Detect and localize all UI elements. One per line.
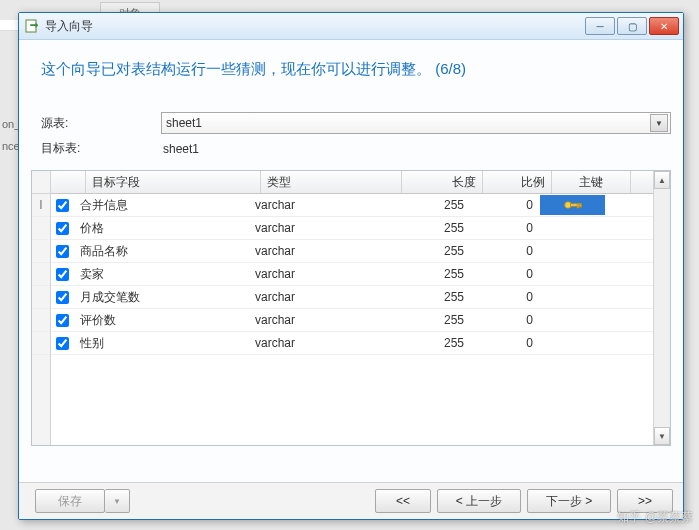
last-button[interactable]: >> [617,489,673,513]
row-gutter-cell[interactable] [32,286,50,309]
cell-check[interactable] [51,332,74,354]
cell-check[interactable] [51,309,74,331]
row-gutter-cell[interactable] [32,217,50,240]
cell-pk[interactable] [540,240,619,262]
prev-button[interactable]: < 上一步 [437,489,521,513]
cell-scale[interactable]: 0 [471,217,540,239]
row-checkbox[interactable] [56,245,69,258]
svg-rect-3 [577,204,579,208]
cell-length[interactable]: 255 [390,332,471,354]
cell-pk[interactable] [540,286,619,308]
cell-scale[interactable]: 0 [471,332,540,354]
cell-type[interactable]: varchar [249,332,390,354]
titlebar[interactable]: 导入向导 ─ ▢ ✕ [19,13,683,40]
col-header-pk[interactable]: 主键 [552,171,631,193]
chevron-down-icon: ▼ [113,497,121,506]
scroll-up-icon[interactable]: ▲ [654,171,670,189]
target-table-value: sheet1 [161,142,199,156]
cell-field[interactable]: 月成交笔数 [74,286,249,308]
cell-check[interactable] [51,217,74,239]
cell-pk[interactable] [540,217,619,239]
import-wizard-icon [25,18,41,34]
row-checkbox[interactable] [56,337,69,350]
row-checkbox[interactable] [56,291,69,304]
cell-scale[interactable]: 0 [471,263,540,285]
col-header-field[interactable]: 目标字段 [86,171,261,193]
cell-check[interactable] [51,194,74,216]
cell-scale[interactable]: 0 [471,194,540,216]
cell-pk[interactable] [540,194,607,216]
row-checkbox[interactable] [56,314,69,327]
cell-pk[interactable] [540,332,619,354]
cell-type[interactable]: varchar [249,309,390,331]
save-dropdown-button[interactable]: ▼ [105,489,130,513]
row-gutter-cell[interactable]: I [32,194,50,217]
row-checkbox[interactable] [56,268,69,281]
col-header-type[interactable]: 类型 [261,171,402,193]
table-row[interactable]: 合并信息varchar2550 [51,194,653,217]
source-table-combo[interactable]: sheet1 ▼ [161,112,671,134]
cell-field[interactable]: 性别 [74,332,249,354]
cell-scale[interactable]: 0 [471,309,540,331]
cell-type[interactable]: varchar [249,263,390,285]
save-button[interactable]: 保存 [35,489,105,513]
cell-length[interactable]: 255 [390,240,471,262]
wizard-footer: 保存 ▼ << < 上一步 下一步 > >> [19,482,683,519]
cell-scale[interactable]: 0 [471,240,540,262]
table-row[interactable]: 性别varchar2550 [51,332,653,355]
source-table-value: sheet1 [166,116,202,130]
cell-length[interactable]: 255 [390,309,471,331]
row-checkbox[interactable] [56,222,69,235]
scroll-down-icon[interactable]: ▼ [654,427,670,445]
cell-field[interactable]: 价格 [74,217,249,239]
cell-field[interactable]: 卖家 [74,263,249,285]
table-row[interactable]: 卖家varchar2550 [51,263,653,286]
cell-field[interactable]: 评价数 [74,309,249,331]
row-checkbox[interactable] [56,199,69,212]
cell-length[interactable]: 255 [390,263,471,285]
vertical-scrollbar[interactable]: ▲ ▼ [653,171,670,445]
next-button[interactable]: 下一步 > [527,489,611,513]
cell-type[interactable]: varchar [249,217,390,239]
row-gutter-cell[interactable] [32,332,50,355]
cell-check[interactable] [51,286,74,308]
col-header-check[interactable] [51,171,86,193]
cell-length[interactable]: 255 [390,194,471,216]
minimize-icon: ─ [596,21,603,32]
cell-type[interactable]: varchar [249,194,390,216]
window-title: 导入向导 [45,18,585,35]
cell-type[interactable]: varchar [249,240,390,262]
close-icon: ✕ [660,21,668,32]
cell-type[interactable]: varchar [249,286,390,308]
close-button[interactable]: ✕ [649,17,679,35]
col-header-scale[interactable]: 比例 [483,171,552,193]
target-table-label: 目标表: [41,140,161,157]
minimize-button[interactable]: ─ [585,17,615,35]
cell-check[interactable] [51,263,74,285]
maximize-button[interactable]: ▢ [617,17,647,35]
table-row[interactable]: 价格varchar2550 [51,217,653,240]
table-row[interactable]: 商品名称varchar2550 [51,240,653,263]
cell-field[interactable]: 商品名称 [74,240,249,262]
chevron-down-icon[interactable]: ▼ [650,114,668,132]
key-icon [563,198,583,212]
cell-field[interactable]: 合并信息 [74,194,249,216]
row-gutter-cell[interactable] [32,263,50,286]
cell-pk[interactable] [540,263,619,285]
fields-grid: I 目标字段 类型 长度 比例 主键 合并信息varchar2550价格varc… [31,170,671,446]
col-header-length[interactable]: 长度 [402,171,483,193]
cell-length[interactable]: 255 [390,286,471,308]
row-gutter-cell[interactable] [32,240,50,263]
grid-row-gutter: I [32,171,51,445]
source-table-row: 源表: sheet1 ▼ [31,109,671,137]
cell-pk[interactable] [540,309,619,331]
cell-length[interactable]: 255 [390,217,471,239]
row-gutter-cell[interactable] [32,309,50,332]
cell-scale[interactable]: 0 [471,286,540,308]
first-button[interactable]: << [375,489,431,513]
cell-check[interactable] [51,240,74,262]
table-row[interactable]: 评价数varchar2550 [51,309,653,332]
svg-rect-4 [579,204,581,207]
wizard-body: 这个向导已对表结构运行一些猜测，现在你可以进行调整。 (6/8) 源表: she… [19,40,683,482]
table-row[interactable]: 月成交笔数varchar2550 [51,286,653,309]
